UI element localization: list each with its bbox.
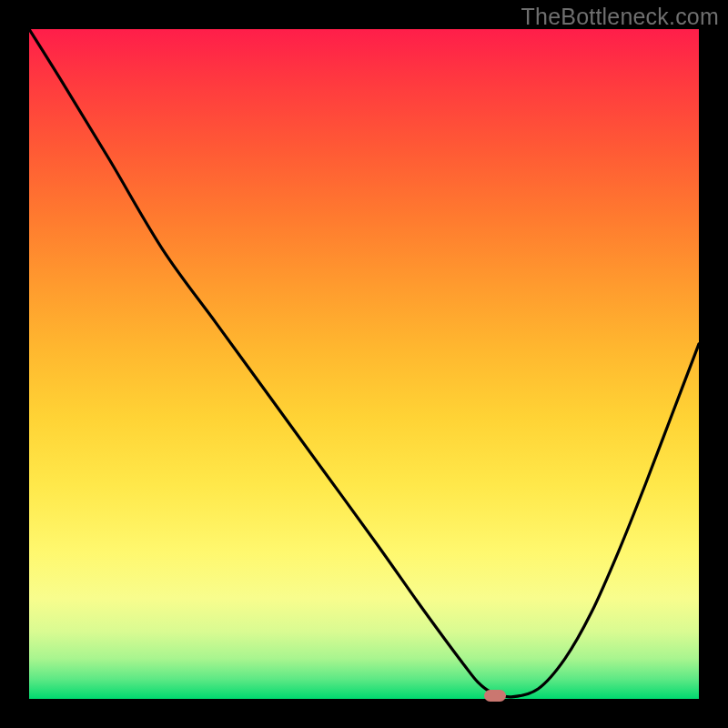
optimal-point-marker (484, 690, 506, 702)
plot-area (29, 29, 699, 699)
watermark-text: TheBottleneck.com (521, 4, 719, 30)
chart-frame: TheBottleneck.com (0, 0, 728, 728)
bottleneck-curve (29, 29, 699, 699)
